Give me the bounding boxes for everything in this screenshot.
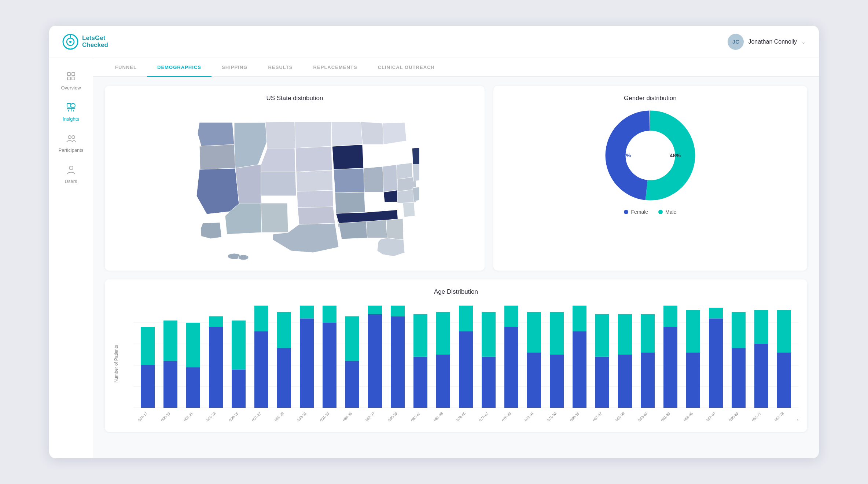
x-axis-label: 089-35 <box>342 411 353 422</box>
x-axis-label: 057-67 <box>706 411 717 422</box>
bar-female <box>777 352 791 408</box>
x-axis-label: 093-31 <box>297 411 308 422</box>
bar-female <box>754 344 768 408</box>
tab-shipping[interactable]: SHIPPING <box>212 58 258 77</box>
x-axis-label: 065-59 <box>615 411 626 422</box>
x-axis-label: 097-27 <box>251 411 262 422</box>
bar-chart-svg: 0 10 20 30 40 007-17005-19003-21001-2309… <box>133 301 798 426</box>
svg-marker-26 <box>261 203 288 232</box>
x-axis-label: 069-55 <box>569 411 580 422</box>
logo: LetsGet Checked <box>62 34 108 50</box>
svg-rect-7 <box>72 77 75 80</box>
svg-marker-42 <box>383 122 407 144</box>
bar-chart-wrap: 0 10 20 30 40 007-17005-19003-21001-2309… <box>133 301 798 426</box>
bar-male <box>709 308 723 318</box>
tab-replacements[interactable]: REPLACEMENTS <box>303 58 368 77</box>
bar-male <box>686 310 700 352</box>
legend-female-label: Female <box>631 209 648 215</box>
svg-point-61 <box>238 255 249 260</box>
bar-female <box>254 331 268 408</box>
x-axis-label: 085-39 <box>387 411 398 422</box>
gender-chart-title: Gender distribution <box>502 95 798 102</box>
tab-bar: FUNNEL DEMOGRAPHICS SHIPPING RESULTS REP… <box>93 58 819 77</box>
sidebar-item-participants[interactable]: Participants <box>53 129 89 157</box>
bar-female <box>504 327 518 408</box>
svg-marker-30 <box>296 170 333 191</box>
bar-male <box>186 323 200 367</box>
avatar: JC <box>728 34 744 50</box>
x-axis-label: 077-47 <box>478 411 489 422</box>
sidebar-item-users[interactable]: Users <box>53 160 89 188</box>
bar-female <box>413 357 427 408</box>
donut-svg-wrap: 52% 48% <box>603 108 698 203</box>
svg-rect-5 <box>72 73 75 76</box>
bar-female <box>663 327 677 408</box>
bar-male <box>209 316 223 327</box>
legend-female: Female <box>624 209 648 215</box>
x-axis-label: 075-49 <box>501 411 512 422</box>
x-axis-label: 053-71 <box>751 411 762 422</box>
bar-male <box>618 314 632 355</box>
svg-rect-4 <box>67 73 70 76</box>
bar-male <box>368 306 382 314</box>
x-axis-label: 071-53 <box>547 411 558 422</box>
tab-results[interactable]: RESULTS <box>258 58 303 77</box>
main-content: FUNNEL DEMOGRAPHICS SHIPPING RESULTS REP… <box>93 58 819 458</box>
bar-female <box>459 331 473 408</box>
bar-male <box>663 306 677 327</box>
x-axis-label: 091-33 <box>319 411 330 422</box>
bar-male <box>573 306 586 331</box>
overview-icon <box>66 71 76 83</box>
user-menu[interactable]: JC Jonathan Connolly ⌄ <box>728 34 806 50</box>
svg-marker-27 <box>261 172 296 196</box>
bar-male <box>277 312 291 348</box>
bar-male <box>459 306 473 331</box>
bar-female <box>345 361 359 408</box>
svg-marker-32 <box>298 207 335 224</box>
bar-male <box>504 306 518 327</box>
content-area: US State distribution <box>93 77 819 458</box>
bar-female <box>618 355 632 408</box>
svg-marker-35 <box>332 144 364 169</box>
svg-marker-49 <box>377 238 405 256</box>
svg-marker-46 <box>339 221 367 239</box>
bar-male <box>754 310 768 344</box>
x-axis-label: 081-43 <box>433 411 444 422</box>
bar-chart-container: Number of Patients 0 <box>114 301 798 426</box>
x-axis-label: 067-57 <box>592 411 603 422</box>
svg-marker-54 <box>413 163 419 181</box>
chevron-down-icon: ⌄ <box>801 39 806 45</box>
us-map-card: US State distribution <box>105 86 485 271</box>
svg-point-9 <box>71 103 75 108</box>
svg-marker-18 <box>199 144 235 169</box>
bar-male <box>300 306 314 319</box>
sidebar: Overview Insights <box>49 58 93 458</box>
bar-female <box>573 331 586 408</box>
tab-demographics[interactable]: DEMOGRAPHICS <box>147 58 212 77</box>
x-axis-label: 001-23 <box>206 411 217 422</box>
svg-marker-48 <box>386 219 404 240</box>
svg-text:48%: 48% <box>670 152 681 158</box>
svg-marker-53 <box>413 187 419 201</box>
svg-marker-19 <box>196 168 240 214</box>
tab-funnel[interactable]: FUNNEL <box>105 58 147 77</box>
svg-marker-41 <box>383 165 397 192</box>
x-axis-label: 099-25 <box>228 411 239 422</box>
x-axis-label: 061-63 <box>660 411 671 422</box>
x-axis-label: 083-41 <box>410 411 421 422</box>
bar-female <box>141 365 155 408</box>
svg-marker-17 <box>198 122 234 146</box>
users-icon <box>66 165 76 176</box>
bar-male <box>527 312 541 352</box>
svg-point-16 <box>69 166 73 170</box>
sidebar-item-insights[interactable]: Insights <box>53 98 89 126</box>
bar-female <box>709 318 723 408</box>
bar-male <box>777 310 791 352</box>
sidebar-item-overview[interactable]: Overview <box>53 67 89 95</box>
tab-clinical-outreach[interactable]: CLINICAL OUTREACH <box>368 58 445 77</box>
body: Overview Insights <box>49 58 819 458</box>
donut-svg: 52% 48% <box>603 108 698 203</box>
bar-male <box>254 306 268 331</box>
x-axis-label: 063-61 <box>637 411 648 422</box>
x-axis-label: 087-37 <box>365 411 376 422</box>
